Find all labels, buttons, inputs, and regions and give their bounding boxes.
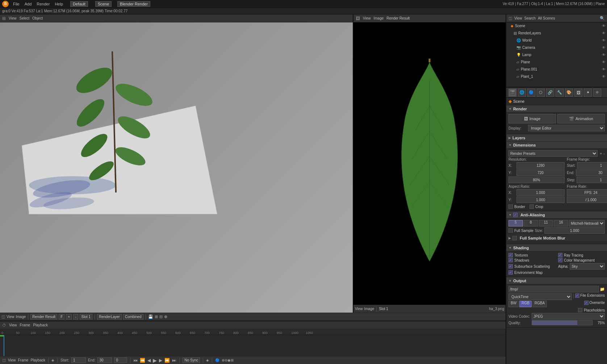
view-btn[interactable]: View (7, 315, 14, 319)
eye-icon-plane[interactable]: 👁 (602, 60, 606, 64)
select-menu[interactable]: Select (20, 16, 30, 20)
file-ext-checkbox[interactable] (575, 293, 579, 298)
view-menu-render[interactable]: View (363, 16, 371, 20)
ray-tracing-checkbox[interactable] (558, 253, 562, 257)
image-render-btn[interactable]: 🖼 Image (508, 114, 556, 123)
world-props-icon[interactable]: 🔵 (527, 89, 535, 97)
aa-filter-select[interactable]: Mitchell-Netravali (569, 220, 605, 227)
display-select[interactable]: Image Editor (528, 125, 605, 131)
rgba-btn[interactable]: RGBA (532, 301, 547, 307)
scene-props-icon[interactable]: 🌐 (518, 89, 526, 97)
sync-mode[interactable]: No Sync (183, 357, 200, 363)
eye-icon-scene[interactable]: 👁 (602, 24, 606, 28)
color-management-checkbox[interactable] (558, 258, 562, 262)
zoom-icon[interactable]: ⊕ (164, 314, 167, 319)
outliner-renderlayers[interactable]: ▤ RenderLayers 👁 (506, 30, 607, 37)
outliner-lamp[interactable]: 💡 Lamp 👁 (506, 51, 607, 59)
constraint-props-icon[interactable]: 🔗 (546, 89, 554, 97)
aa-sample-16[interactable]: 16 (554, 220, 568, 227)
overwrite-checkbox[interactable] (584, 301, 589, 305)
aa-checkbox[interactable] (513, 213, 518, 217)
next-key-btn[interactable]: ⏩ (164, 358, 170, 363)
timeline-tracks[interactable] (0, 335, 506, 356)
y-res-field[interactable] (516, 169, 565, 176)
pb-frame[interactable]: Frame (18, 358, 29, 362)
render-vp-view[interactable]: View (355, 307, 363, 311)
paste-icon[interactable]: ⊟ (159, 314, 163, 319)
object-props-icon[interactable]: ⬡ (537, 89, 545, 97)
eye-icon-plane001[interactable]: 👁 (602, 67, 606, 71)
ax-field[interactable] (516, 189, 565, 196)
motion-blur-header[interactable]: ▶ Full Sample Motion Blur (506, 234, 607, 242)
prev-frame-btn[interactable]: ◀ (147, 358, 151, 363)
prev-key-btn[interactable]: ⏪ (140, 358, 145, 363)
x-res-field[interactable] (516, 162, 565, 169)
outliner-camera[interactable]: 📷 Camera 👁 (506, 44, 607, 51)
add-btn[interactable]: + (66, 314, 72, 319)
timeline-playback[interactable]: Playback (33, 323, 48, 327)
eye-icon-world[interactable]: 👁 (602, 38, 606, 42)
rgb-btn[interactable]: RGB (519, 301, 532, 307)
render-vp-image[interactable]: Image (364, 307, 374, 311)
render-presets-select[interactable]: Render Presets (508, 150, 598, 157)
outliner-scene[interactable]: ◆ Scene 👁 (506, 22, 607, 30)
search-icon[interactable]: 🔍 (600, 16, 605, 21)
bw-btn[interactable]: BW (508, 301, 519, 307)
step-field[interactable] (577, 177, 607, 183)
crop-checkbox[interactable] (529, 204, 534, 209)
remove-btn[interactable]: - (73, 314, 78, 319)
output-section-header[interactable]: ▼ Output (506, 277, 607, 284)
current-frame-field[interactable]: 0 (114, 357, 127, 363)
outliner-plane[interactable]: ▱ Plane 👁 (506, 59, 607, 66)
pb-view[interactable]: View (8, 358, 16, 362)
outliner-plane001[interactable]: ▱ Plane.001 👁 (506, 66, 607, 73)
sss-checkbox[interactable] (508, 264, 513, 268)
render-layer-btn[interactable]: RenderLayer (97, 314, 122, 319)
keying-icon[interactable]: ◈ (206, 358, 209, 362)
object-menu[interactable]: Object (32, 16, 43, 20)
layout-selector[interactable]: Default (70, 1, 88, 7)
textures-checkbox[interactable] (508, 253, 513, 257)
ay-field[interactable] (516, 196, 565, 203)
pb-playback[interactable]: Playback (30, 358, 45, 362)
menu-file[interactable]: File (13, 2, 20, 6)
timeline-playhead[interactable] (4, 335, 4, 356)
render-props-icon[interactable]: 🎬 (508, 89, 516, 97)
eye-icon-lamp[interactable]: 👁 (602, 53, 606, 57)
quality-slider[interactable] (532, 320, 593, 325)
particle-props-icon[interactable]: ✦ (584, 89, 592, 97)
presets-add-icon[interactable]: + (600, 151, 602, 156)
save-icon[interactable]: 💾 (148, 314, 153, 319)
size-field[interactable] (544, 227, 605, 234)
fps-field[interactable] (567, 189, 607, 196)
render-section-header[interactable]: ▼ Render (506, 105, 607, 113)
physics-props-icon[interactable]: ⚛ (593, 89, 601, 97)
aa-sample-11[interactable]: 11 (539, 220, 553, 227)
3d-viewport-content[interactable] (0, 22, 353, 313)
slot-selector[interactable]: Slot 1 (80, 314, 93, 319)
scene-name[interactable]: Scene (95, 1, 112, 7)
layers-section-header[interactable]: ▶ Layers (506, 134, 607, 141)
full-sample-checkbox[interactable] (508, 228, 513, 233)
combined-btn[interactable]: Combined (123, 314, 143, 319)
select-btn[interactable]: Image (16, 315, 26, 319)
copy-icon[interactable]: ⊞ (155, 314, 158, 319)
timeline-view[interactable]: View (9, 323, 17, 327)
jump-start-btn[interactable]: ⏮ (133, 358, 138, 363)
render-engine-selector[interactable]: Blender Render (117, 1, 150, 7)
aa-sample-5[interactable]: 5 (508, 220, 523, 227)
menu-add[interactable]: Add (25, 2, 32, 6)
alpha-select[interactable]: Sky (570, 263, 605, 270)
eye-icon-camera[interactable]: 👁 (602, 46, 606, 50)
material-props-icon[interactable]: 🎨 (565, 89, 573, 97)
border-checkbox[interactable] (508, 204, 513, 209)
eye-icon-rl[interactable]: 👁 (602, 31, 606, 35)
end-frame-field[interactable]: 30 (97, 357, 112, 363)
play-btn[interactable]: ▶ (153, 357, 157, 363)
outliner-view[interactable]: View (514, 16, 522, 20)
jump-end-btn[interactable]: ⏭ (172, 358, 176, 363)
dimensions-section-header[interactable]: ▼ Dimensions (506, 141, 607, 149)
start-frame-field[interactable]: 1 (71, 357, 86, 363)
outliner-plant[interactable]: ▱ Plant_1 👁 (506, 73, 607, 80)
aa-section-header[interactable]: ▼ Anti-Aliasing (506, 211, 607, 219)
